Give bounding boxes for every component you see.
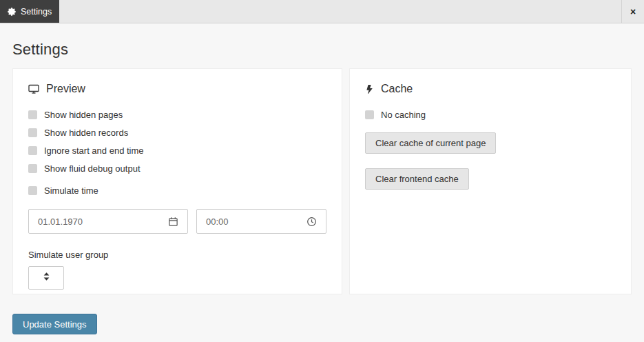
checkbox[interactable] — [28, 164, 37, 173]
checkbox-row-simulate-time[interactable]: Simulate time — [28, 181, 326, 199]
checkbox-label: Show fluid debug output — [44, 163, 141, 174]
close-icon[interactable]: × — [621, 0, 644, 23]
simulate-time-input[interactable]: 00:00 — [196, 209, 326, 234]
update-settings-button[interactable]: Update Settings — [12, 314, 97, 334]
clock-icon[interactable] — [307, 217, 317, 227]
monitor-icon — [28, 83, 39, 94]
cache-panel: Cache No caching Clear cache of current … — [349, 68, 632, 294]
preview-panel-heading: Preview — [28, 82, 326, 96]
clear-frontend-cache-button[interactable]: Clear frontend cache — [365, 168, 469, 190]
checkbox-label: Show hidden records — [44, 128, 128, 138]
time-value: 00:00 — [206, 217, 229, 227]
settings-content: Settings Preview Show hidden pages — [0, 41, 644, 334]
tab-settings-label: Settings — [21, 7, 52, 17]
checkbox-label: Ignore start and end time — [44, 145, 144, 156]
cache-panel-title: Cache — [381, 83, 413, 95]
page-title: Settings — [12, 41, 632, 59]
tab-settings[interactable]: Settings — [0, 0, 59, 23]
checkbox-label: No caching — [381, 110, 426, 120]
date-value: 01.01.1970 — [38, 217, 83, 227]
cache-panel-heading: Cache — [365, 82, 616, 96]
checkbox-row-no-caching[interactable]: No caching — [365, 105, 616, 123]
checkbox[interactable] — [28, 146, 37, 155]
admin-panel-topbar: Settings × — [0, 0, 644, 23]
clear-cache-current-page-button[interactable]: Clear cache of current page — [365, 132, 496, 154]
simulate-date-input[interactable]: 01.01.1970 — [28, 209, 188, 234]
simulate-user-group-select[interactable] — [28, 266, 64, 290]
checkbox-row-show-hidden-pages[interactable]: Show hidden pages — [28, 105, 326, 123]
preview-panel: Preview Show hidden pages Show hidden re… — [12, 68, 342, 294]
checkbox[interactable] — [28, 110, 37, 119]
checkbox-label: Simulate time — [44, 185, 98, 196]
calendar-icon[interactable] — [168, 217, 178, 227]
checkbox-row-show-fluid-debug-output[interactable]: Show fluid debug output — [28, 159, 326, 177]
checkbox[interactable] — [28, 186, 37, 195]
settings-panels: Preview Show hidden pages Show hidden re… — [12, 68, 632, 294]
preview-panel-title: Preview — [46, 83, 85, 95]
checkbox-row-ignore-start-end-time[interactable]: Ignore start and end time — [28, 141, 326, 159]
simulate-user-group-label: Simulate user group — [28, 250, 326, 260]
lightning-icon — [365, 84, 374, 94]
checkbox-label: Show hidden pages — [44, 110, 123, 120]
simulate-datetime-row: 01.01.1970 00:00 — [28, 209, 326, 234]
gear-icon — [8, 8, 16, 16]
checkbox[interactable] — [28, 128, 37, 137]
checkbox[interactable] — [365, 110, 374, 119]
select-arrows-icon — [43, 272, 50, 284]
checkbox-row-show-hidden-records[interactable]: Show hidden records — [28, 123, 326, 141]
